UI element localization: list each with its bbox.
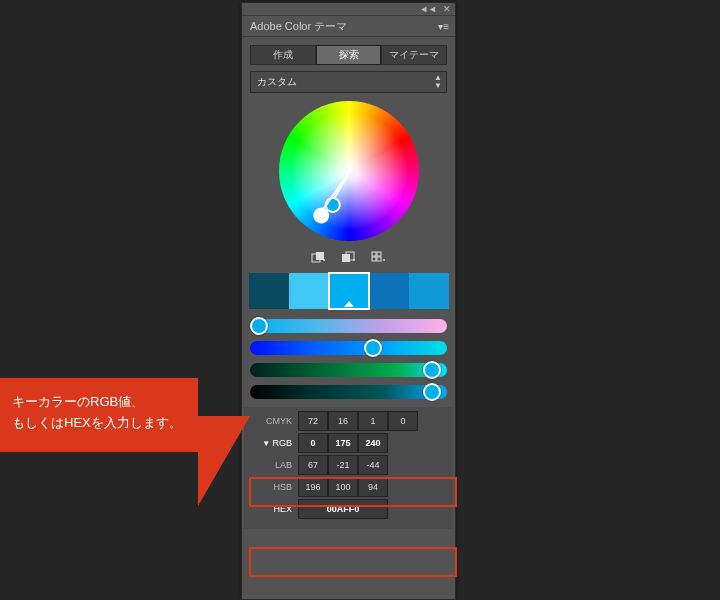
color-value-grid: CMYK 72 16 1 0 RGB 0 175 240 LAB 67 -21 … [244,407,453,529]
slider-3[interactable] [250,363,447,377]
swatch-2[interactable] [289,273,329,309]
slider-handle[interactable] [364,339,382,357]
hsb-row: HSB 196 100 94 [248,477,449,497]
collapse-icon[interactable]: ◄◄ [419,5,437,14]
cmyk-c-field[interactable]: 72 [298,411,328,431]
cmyk-k-field[interactable]: 0 [388,411,418,431]
slider-handle[interactable] [250,317,268,335]
panel-title[interactable]: Adobe Color テーマ [242,16,355,36]
hex-label[interactable]: HEX [248,504,298,514]
cmyk-m-field[interactable]: 16 [328,411,358,431]
hsb-b-field[interactable]: 94 [358,477,388,497]
color-rule-dropdown[interactable]: カスタム ▲▼ [250,71,447,93]
color-sliders [242,319,455,399]
adobe-color-panel: ◄◄ ✕ Adobe Color テーマ ▾≡ 作成 探索 マイテーマ カスタム… [241,2,456,600]
tab-my-themes[interactable]: マイテーマ [381,45,447,65]
lab-l-field[interactable]: 67 [298,455,328,475]
slider-handle[interactable] [423,383,441,401]
annotation-callout: キーカラーのRGB値、 もしくはHEXを入力します。 [0,378,198,452]
hsb-s-field[interactable]: 100 [328,477,358,497]
panel-tab-header: Adobe Color テーマ ▾≡ [242,16,455,37]
cmyk-label[interactable]: CMYK [248,416,298,426]
slider-4[interactable] [250,385,447,399]
lab-row: LAB 67 -21 -44 [248,455,449,475]
lab-a-field[interactable]: -21 [328,455,358,475]
svg-rect-6 [372,257,376,261]
lab-b-field[interactable]: -44 [358,455,388,475]
rgb-row: RGB 0 175 240 [248,433,449,453]
add-swatches-icon[interactable] [371,251,387,265]
rgb-r-field[interactable]: 0 [298,433,328,453]
hex-row: HEX 00AFF0 [248,499,449,519]
hex-field[interactable]: 00AFF0 [298,499,388,519]
tab-explore[interactable]: 探索 [316,45,382,65]
swatch-5[interactable] [409,273,449,309]
tab-create[interactable]: 作成 [250,45,316,65]
rgb-g-field[interactable]: 175 [328,433,358,453]
rgb-b-field[interactable]: 240 [358,433,388,453]
cmyk-row: CMYK 72 16 1 0 [248,411,449,431]
svg-rect-1 [316,252,324,260]
lab-label[interactable]: LAB [248,460,298,470]
add-foreground-icon[interactable] [311,251,327,265]
theme-swatches [246,273,451,309]
slider-2[interactable] [250,341,447,355]
mode-tabs: 作成 探索 マイテーマ [250,45,447,65]
slider-1[interactable] [250,319,447,333]
wheel-action-icons [242,251,455,265]
flyout-menu-icon[interactable]: ▾≡ [432,21,455,32]
svg-rect-7 [377,257,381,261]
swatch-3[interactable] [329,273,369,309]
dropdown-value: カスタム [257,75,297,89]
callout-line-2: もしくはHEXを入力します。 [12,413,186,434]
hsb-h-field[interactable]: 196 [298,477,328,497]
add-background-icon[interactable] [341,251,357,265]
svg-rect-5 [377,252,381,256]
color-wheel[interactable] [279,101,419,241]
dropdown-arrows-icon: ▲▼ [434,74,442,90]
callout-line-1: キーカラーのRGB値、 [12,392,186,413]
swatch-4[interactable] [369,273,409,309]
rgb-label[interactable]: RGB [248,438,298,448]
close-icon[interactable]: ✕ [443,5,451,14]
svg-rect-3 [342,254,350,262]
svg-rect-4 [372,252,376,256]
color-wheel-wrap [242,101,455,241]
swatch-1[interactable] [249,273,289,309]
panel-titlebar: ◄◄ ✕ [242,3,455,16]
cmyk-y-field[interactable]: 1 [358,411,388,431]
slider-handle[interactable] [423,361,441,379]
hsb-label[interactable]: HSB [248,482,298,492]
